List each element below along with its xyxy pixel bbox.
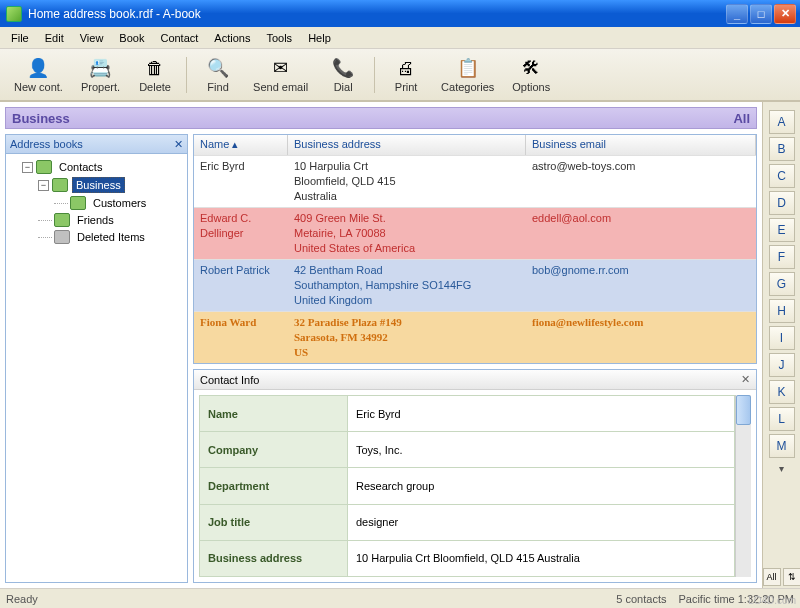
alphabet-j[interactable]: J bbox=[769, 353, 795, 377]
column-header[interactable]: Business address bbox=[288, 135, 526, 155]
contact-info-scrollbar[interactable] bbox=[735, 395, 751, 577]
table-cell: Eric Byrd bbox=[194, 156, 288, 207]
toolbar-label: Categories bbox=[441, 81, 494, 93]
toolbar-send-email[interactable]: ✉Send email bbox=[245, 54, 316, 95]
menu-tools[interactable]: Tools bbox=[259, 30, 299, 46]
alphabet-e[interactable]: E bbox=[769, 218, 795, 242]
tree-node-contacts[interactable]: −Contacts bbox=[8, 159, 185, 175]
tree-node-business[interactable]: −Business bbox=[8, 176, 185, 194]
menu-file[interactable]: File bbox=[4, 30, 36, 46]
toolbar-find[interactable]: 🔍Find bbox=[193, 54, 243, 95]
alphabet-k[interactable]: K bbox=[769, 380, 795, 404]
alphabet-sort-button[interactable]: ⇅ bbox=[783, 568, 801, 586]
alphabet-l[interactable]: L bbox=[769, 407, 795, 431]
info-value: designer bbox=[348, 504, 735, 540]
info-value: Eric Byrd bbox=[348, 396, 735, 432]
info-key: Company bbox=[200, 432, 348, 468]
toolbar-new-cont-[interactable]: 👤New cont. bbox=[6, 54, 71, 95]
toolbar-icon: 📞 bbox=[331, 56, 355, 80]
toolbar-separator bbox=[374, 57, 375, 93]
toolbar-label: Dial bbox=[334, 81, 353, 93]
alphabet-m[interactable]: M bbox=[769, 434, 795, 458]
toolbar-print[interactable]: 🖨Print bbox=[381, 54, 431, 95]
info-key: Name bbox=[200, 396, 348, 432]
alphabet-d[interactable]: D bbox=[769, 191, 795, 215]
sidebar: Address books ✕ −Contacts −Business Cust… bbox=[5, 134, 188, 583]
minimize-button[interactable]: _ bbox=[726, 4, 748, 24]
column-header[interactable]: Name ▴ bbox=[194, 135, 288, 155]
alphabet-all-button[interactable]: All bbox=[763, 568, 781, 586]
statusbar: Ready 5 contacts Pacific time 1:32:20 PM bbox=[0, 588, 800, 608]
sidebar-header: Address books ✕ bbox=[5, 134, 188, 154]
sidebar-close-icon[interactable]: ✕ bbox=[174, 138, 183, 151]
table-row[interactable]: Eric Byrd10 Harpulia CrtBloomfield, QLD … bbox=[194, 155, 756, 207]
toolbar-separator bbox=[186, 57, 187, 93]
info-value: 10 Harpulia Crt Bloomfield, QLD 415 Aust… bbox=[348, 540, 735, 576]
app-icon bbox=[6, 6, 22, 22]
filter-bar: Business All bbox=[5, 107, 757, 129]
menu-help[interactable]: Help bbox=[301, 30, 338, 46]
menu-view[interactable]: View bbox=[73, 30, 111, 46]
alphabet-g[interactable]: G bbox=[769, 272, 795, 296]
menubar: FileEditViewBookContactActionsToolsHelp bbox=[0, 27, 800, 49]
column-header[interactable]: Business email bbox=[526, 135, 756, 155]
tree-node-customers[interactable]: Customers bbox=[8, 195, 185, 211]
alphabet-more-icon[interactable]: ▾ bbox=[779, 463, 784, 475]
status-count: 5 contacts bbox=[616, 593, 666, 605]
toolbar-label: New cont. bbox=[14, 81, 63, 93]
toolbar-label: Send email bbox=[253, 81, 308, 93]
table-cell: eddell@aol.com bbox=[526, 208, 756, 259]
toolbar-propert-[interactable]: 📇Propert. bbox=[73, 54, 128, 95]
filter-mode[interactable]: All bbox=[733, 111, 750, 126]
close-button[interactable]: ✕ bbox=[774, 4, 796, 24]
table-cell: 409 Green Mile St.Metairie, LA 70088Unit… bbox=[288, 208, 526, 259]
toolbar: 👤New cont.📇Propert.🗑Delete🔍Find✉Send ema… bbox=[0, 49, 800, 101]
alphabet-h[interactable]: H bbox=[769, 299, 795, 323]
alphabet-bar: ABCDEFGHIJKLM ▾ All ⇅ bbox=[762, 102, 800, 588]
table-cell: 10 Harpulia CrtBloomfield, QLD 415Austra… bbox=[288, 156, 526, 207]
alphabet-b[interactable]: B bbox=[769, 137, 795, 161]
contact-info-header: Contact Info ✕ bbox=[194, 370, 756, 390]
toolbar-dial[interactable]: 📞Dial bbox=[318, 54, 368, 95]
info-value: Toys, Inc. bbox=[348, 432, 735, 468]
table-cell: Fiona Ward bbox=[194, 312, 288, 363]
table-row[interactable]: Robert Patrick42 Bentham RoadSouthampton… bbox=[194, 259, 756, 311]
menu-book[interactable]: Book bbox=[112, 30, 151, 46]
filter-title: Business bbox=[12, 111, 70, 126]
alphabet-a[interactable]: A bbox=[769, 110, 795, 134]
toolbar-icon: ✉ bbox=[269, 56, 293, 80]
toolbar-label: Find bbox=[207, 81, 228, 93]
toolbar-icon: 🗑 bbox=[143, 56, 167, 80]
table-cell: Robert Patrick bbox=[194, 260, 288, 311]
menu-contact[interactable]: Contact bbox=[153, 30, 205, 46]
info-key: Business address bbox=[200, 540, 348, 576]
tree-node-deleted[interactable]: Deleted Items bbox=[8, 229, 185, 245]
alphabet-f[interactable]: F bbox=[769, 245, 795, 269]
toolbar-delete[interactable]: 🗑Delete bbox=[130, 54, 180, 95]
window-title: Home address book.rdf - A-book bbox=[28, 7, 201, 21]
info-key: Department bbox=[200, 468, 348, 504]
watermark: LO4D.com bbox=[748, 595, 796, 606]
toolbar-categories[interactable]: 📋Categories bbox=[433, 54, 502, 95]
toolbar-options[interactable]: 🛠Options bbox=[504, 54, 558, 95]
table-row[interactable]: Fiona Ward32 Paradise Plaza #149Sarasota… bbox=[194, 311, 756, 363]
toolbar-label: Delete bbox=[139, 81, 171, 93]
status-left: Ready bbox=[6, 593, 38, 605]
contact-info-close-icon[interactable]: ✕ bbox=[741, 373, 750, 386]
table-row[interactable]: Edward C. Dellinger409 Green Mile St.Met… bbox=[194, 207, 756, 259]
address-book-tree: −Contacts −Business Customers Friends De… bbox=[5, 154, 188, 583]
alphabet-i[interactable]: I bbox=[769, 326, 795, 350]
table-cell: astro@web-toys.com bbox=[526, 156, 756, 207]
tree-node-friends[interactable]: Friends bbox=[8, 212, 185, 228]
maximize-button[interactable]: □ bbox=[750, 4, 772, 24]
alphabet-c[interactable]: C bbox=[769, 164, 795, 188]
contact-info-panel: Contact Info ✕ NameEric ByrdCompanyToys,… bbox=[193, 369, 757, 583]
toolbar-label: Print bbox=[395, 81, 418, 93]
toolbar-icon: 👤 bbox=[26, 56, 50, 80]
sidebar-title: Address books bbox=[10, 138, 83, 150]
contacts-grid: Name ▴Business addressBusiness email Eri… bbox=[193, 134, 757, 364]
menu-actions[interactable]: Actions bbox=[207, 30, 257, 46]
table-cell: 42 Bentham RoadSouthampton, Hampshire SO… bbox=[288, 260, 526, 311]
toolbar-label: Propert. bbox=[81, 81, 120, 93]
menu-edit[interactable]: Edit bbox=[38, 30, 71, 46]
